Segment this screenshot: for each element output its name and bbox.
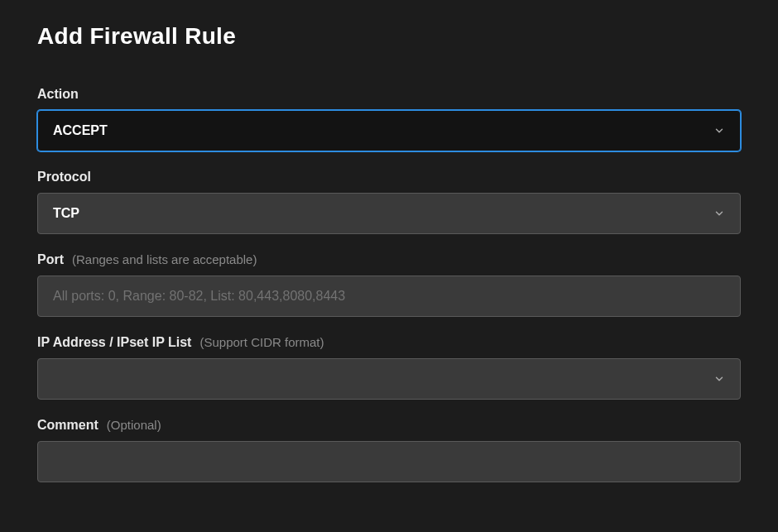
ip-label: IP Address / IPset IP List — [37, 335, 191, 350]
port-label: Port — [37, 252, 64, 267]
action-select[interactable]: ACCEPT — [37, 110, 741, 151]
ip-select[interactable] — [37, 358, 741, 400]
field-port: Port (Ranges and lists are acceptable) — [37, 252, 741, 317]
port-hint: (Ranges and lists are acceptable) — [72, 252, 257, 266]
field-comment: Comment (Optional) — [37, 418, 741, 482]
protocol-label: Protocol — [37, 170, 91, 185]
ip-value — [53, 372, 713, 386]
chevron-down-icon — [713, 208, 725, 219]
field-action: Action ACCEPT — [37, 87, 741, 151]
comment-input[interactable] — [37, 441, 741, 482]
action-value: ACCEPT — [53, 123, 713, 138]
action-label: Action — [37, 87, 79, 102]
chevron-down-icon — [713, 373, 725, 385]
chevron-down-icon — [713, 125, 725, 137]
protocol-select[interactable]: TCP — [37, 193, 741, 234]
field-ip: IP Address / IPset IP List (Support CIDR… — [37, 335, 741, 400]
comment-hint: (Optional) — [107, 418, 161, 432]
field-protocol: Protocol TCP — [37, 170, 741, 234]
protocol-value: TCP — [53, 206, 713, 221]
comment-label: Comment — [37, 418, 98, 433]
page-title: Add Firewall Rule — [37, 23, 741, 50]
port-input[interactable] — [37, 276, 741, 317]
ip-hint: (Support CIDR format) — [199, 335, 324, 349]
